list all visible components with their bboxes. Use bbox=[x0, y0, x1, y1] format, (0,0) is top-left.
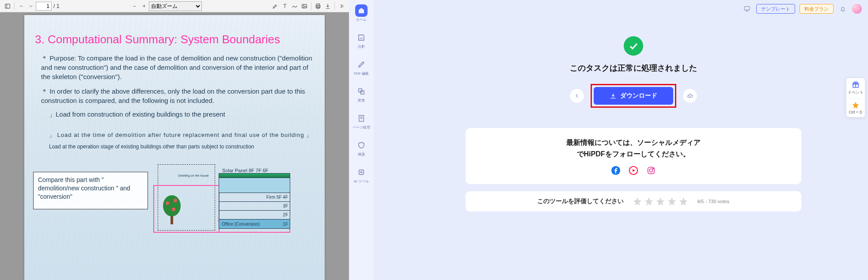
convert-icon bbox=[355, 85, 368, 98]
gift-button[interactable]: イベント bbox=[848, 81, 864, 95]
image-icon[interactable] bbox=[299, 1, 309, 11]
star-icon[interactable] bbox=[644, 197, 654, 206]
bell-icon[interactable] bbox=[838, 4, 848, 14]
float-panel: イベント Ctrl + D bbox=[846, 78, 865, 117]
paragraph: ＊ In order to clarify the above differen… bbox=[35, 87, 314, 105]
paragraph: ＊ Purpose: To compare the load in the ca… bbox=[35, 53, 314, 81]
rail-label: 変換 bbox=[358, 99, 365, 102]
annotate-icon bbox=[355, 31, 368, 44]
svg-point-24 bbox=[652, 168, 653, 169]
zoom-out-icon[interactable]: − bbox=[129, 1, 139, 11]
download-icon[interactable] bbox=[323, 1, 333, 11]
pdf-page: 3. Computational Summary: System Boundar… bbox=[24, 15, 325, 280]
success-area: このタスクは正常に処理されました ダウンロード bbox=[569, 36, 697, 108]
svg-rect-0 bbox=[5, 4, 10, 8]
page-down-icon[interactable] bbox=[26, 1, 36, 11]
star-icon[interactable] bbox=[667, 197, 677, 206]
svg-marker-21 bbox=[633, 169, 635, 172]
zoom-in-icon[interactable]: + bbox=[139, 1, 149, 11]
home-icon bbox=[355, 4, 368, 17]
rating-card: このツールを評価してください 4/5 - 730 votes bbox=[466, 191, 801, 212]
rail-label: PDF 編集 bbox=[354, 72, 369, 76]
check-icon bbox=[624, 36, 643, 56]
svg-rect-13 bbox=[361, 91, 364, 95]
float-label: イベント bbox=[848, 90, 864, 95]
svg-rect-12 bbox=[359, 89, 362, 92]
table-row: Firm 5F 4F bbox=[219, 193, 290, 201]
svg-rect-18 bbox=[744, 7, 750, 10]
rail-ai[interactable]: AI ツール bbox=[349, 164, 374, 185]
more-icon[interactable] bbox=[337, 1, 346, 11]
pdf-toolbar: / 1 − + 自動ズーム T bbox=[0, 0, 349, 12]
draw-icon[interactable] bbox=[290, 1, 299, 11]
follow-card: 最新情報については、ソーシャルメディア でHiPDFをフォローしてください。 bbox=[466, 128, 801, 184]
rail-convert[interactable]: 変換 bbox=[349, 83, 374, 104]
template-button[interactable]: テンプレート bbox=[756, 4, 795, 14]
svg-point-10 bbox=[174, 199, 177, 202]
youtube-icon[interactable] bbox=[629, 166, 638, 175]
svg-point-9 bbox=[166, 201, 169, 205]
table-row bbox=[219, 178, 290, 193]
rail-annotate[interactable]: 注釈 bbox=[349, 30, 374, 50]
rating-stars[interactable] bbox=[633, 197, 688, 206]
svg-point-16 bbox=[360, 172, 361, 173]
pricing-button[interactable]: 料金プラン bbox=[800, 4, 834, 14]
top-bar: テンプレート 料金プラン bbox=[374, 0, 868, 18]
rail-label: ページ処理 bbox=[353, 126, 370, 129]
rail-protect[interactable]: 保護 bbox=[349, 137, 374, 158]
edit-icon bbox=[355, 58, 368, 71]
svg-point-3 bbox=[303, 5, 304, 6]
rail-label: ホーム bbox=[356, 18, 367, 22]
caption-box: Compare this part with " demolition/new … bbox=[33, 172, 148, 209]
highlight-icon[interactable] bbox=[270, 1, 280, 11]
success-message: このタスクは正常に処理されました bbox=[570, 63, 697, 73]
ai-icon bbox=[355, 166, 368, 178]
svg-point-11 bbox=[172, 208, 175, 211]
rail-home[interactable]: ホーム bbox=[349, 3, 374, 23]
follow-text: 最新情報については、ソーシャルメディア でHiPDFをフォローしてください。 bbox=[478, 137, 789, 159]
avatar[interactable] bbox=[852, 4, 862, 14]
print-icon[interactable] bbox=[313, 1, 323, 11]
download-button[interactable]: ダウンロード bbox=[594, 87, 673, 105]
rail-edit[interactable]: PDF 編集 bbox=[349, 57, 374, 77]
diagram-table: Firm 5F 4F 3F 2F Office (Conversion)1F bbox=[219, 173, 290, 228]
star-icon[interactable] bbox=[678, 197, 688, 206]
star-icon[interactable] bbox=[633, 197, 642, 206]
diagram-label: Solar Panel 8F 7F 6F bbox=[222, 168, 269, 173]
left-rail: ホーム 注釈 PDF 編集 変換 ページ処理 保護 bbox=[349, 0, 374, 280]
instagram-icon[interactable] bbox=[646, 166, 656, 175]
app-pane: ホーム 注釈 PDF 編集 変換 ページ処理 保護 bbox=[349, 0, 868, 280]
sidebar-toggle-icon[interactable] bbox=[3, 1, 12, 11]
rail-label: 保護 bbox=[358, 153, 365, 156]
rating-prompt: このツールを評価してください bbox=[537, 197, 624, 205]
page-up-icon[interactable] bbox=[16, 1, 26, 11]
star-icon[interactable] bbox=[656, 197, 665, 206]
float-label: Ctrl + D bbox=[849, 110, 863, 114]
zoom-select[interactable]: 自動ズーム bbox=[149, 1, 202, 11]
download-highlight: ダウンロード bbox=[591, 84, 676, 108]
table-row: Office (Conversion)1F bbox=[219, 219, 290, 229]
table-row: 2F bbox=[219, 210, 290, 219]
page-title: 3. Computational Summary: System Boundar… bbox=[35, 33, 314, 46]
svg-rect-2 bbox=[302, 4, 307, 8]
desktop-icon[interactable] bbox=[742, 4, 752, 14]
list-item: 」Load from construction of existing buil… bbox=[35, 110, 314, 119]
svg-rect-15 bbox=[359, 170, 364, 175]
page-icon bbox=[355, 112, 368, 125]
rail-page[interactable]: ページ処理 bbox=[349, 110, 374, 131]
cloud-upload-button[interactable] bbox=[682, 88, 697, 103]
table-row: 3F bbox=[219, 201, 290, 210]
list-item: Load at the operation stage of existing … bbox=[35, 144, 314, 150]
list-item: 」 Load at the time of demolition after f… bbox=[35, 131, 314, 139]
pdf-viewport[interactable]: 3. Computational Summary: System Boundar… bbox=[0, 12, 349, 280]
bookmark-button[interactable]: Ctrl + D bbox=[849, 101, 863, 114]
page-number-input[interactable] bbox=[36, 2, 52, 11]
facebook-icon[interactable] bbox=[611, 166, 621, 175]
tree-icon bbox=[159, 191, 185, 226]
page-total-label: / 1 bbox=[53, 3, 59, 9]
prev-button[interactable] bbox=[569, 88, 584, 103]
svg-point-17 bbox=[362, 172, 363, 173]
svg-point-23 bbox=[649, 169, 652, 172]
text-icon[interactable]: T bbox=[280, 1, 290, 11]
svg-point-8 bbox=[163, 195, 181, 216]
